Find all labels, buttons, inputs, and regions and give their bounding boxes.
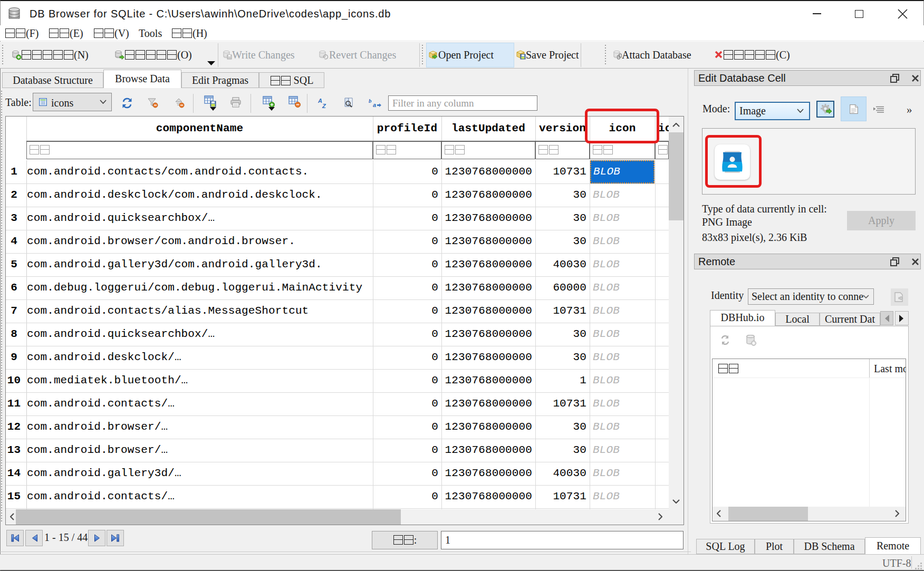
svg-text:a: a [373,102,376,108]
svg-text:b: b [369,98,372,104]
svg-text:A: A [317,98,322,104]
svg-text:Z: Z [322,103,326,109]
